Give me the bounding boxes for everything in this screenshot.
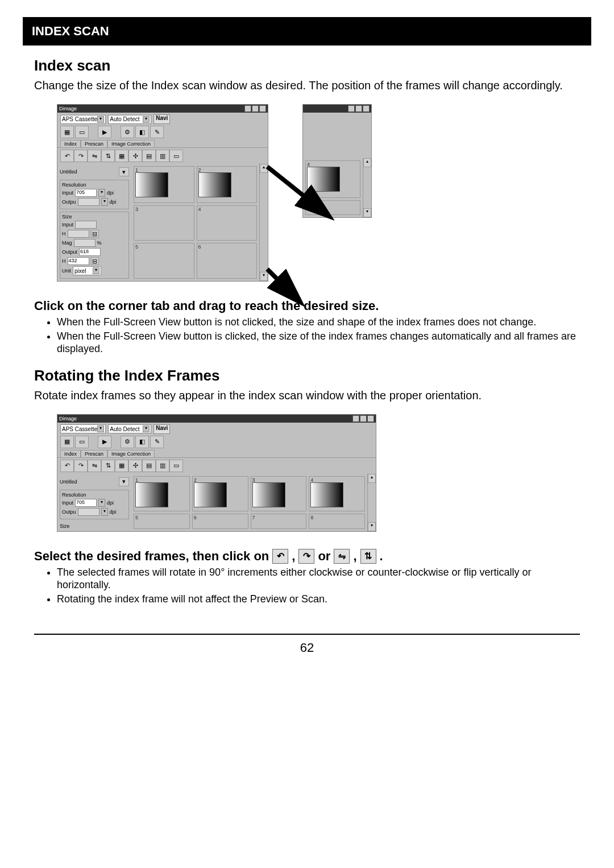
section2-body: Rotate index frames so they appear in th…: [34, 388, 580, 403]
toolbar-icon[interactable]: ⚙: [121, 126, 134, 138]
scroll-down-icon[interactable]: ▾: [368, 522, 376, 531]
flip-v-icon[interactable]: ⇅: [101, 150, 115, 162]
toolbar-icon[interactable]: ✣: [128, 460, 142, 472]
scrollbar[interactable]: ▴ ▾: [367, 474, 376, 531]
thumb-cell[interactable]: 5: [134, 514, 190, 529]
chevron-down-icon[interactable]: ▾: [101, 198, 108, 206]
tab-index[interactable]: Index: [60, 140, 81, 147]
scroll-down-icon[interactable]: ▾: [363, 208, 371, 217]
toolbar-icon[interactable]: ▥: [156, 150, 169, 162]
rotate-cw-icon[interactable]: ↷: [74, 460, 88, 472]
scrollbar[interactable]: ▴ ▾: [363, 158, 371, 217]
minimize-icon[interactable]: [348, 105, 355, 112]
scroll-up-icon[interactable]: ▴: [368, 474, 376, 483]
film-type-select[interactable]: APS Cassette ▾: [60, 115, 106, 124]
film-type-select[interactable]: APS Cassette ▾: [60, 424, 106, 433]
frame-number: 5: [135, 244, 138, 250]
lock-icon[interactable]: ⊟: [91, 257, 99, 265]
toolbar-icon[interactable]: ⚙: [121, 436, 134, 448]
rotate-cw-icon[interactable]: ↷: [298, 549, 314, 564]
close-icon[interactable]: [363, 105, 370, 112]
scroll-up-icon[interactable]: ▴: [260, 164, 268, 173]
scroll-down-icon[interactable]: ▾: [260, 272, 268, 281]
toolbar-icon[interactable]: ▦: [60, 126, 74, 138]
chevron-down-icon[interactable]: ▾: [98, 499, 105, 507]
toolbar-icon[interactable]: ▦: [115, 460, 128, 472]
thumb-cell[interactable]: 2: [197, 166, 258, 203]
maximize-icon[interactable]: [355, 105, 362, 112]
minimize-icon[interactable]: [244, 105, 251, 112]
toolbar-icon[interactable]: ◧: [135, 436, 149, 448]
thumb-cell[interactable]: 7: [251, 514, 307, 529]
toolbar-icon[interactable]: ▶: [98, 126, 111, 138]
frame-number: 7: [252, 515, 255, 520]
lock-icon[interactable]: ⊟: [91, 230, 99, 238]
flip-h-icon[interactable]: ⇋: [334, 549, 350, 564]
thumb-cell[interactable]: 4: [309, 476, 365, 512]
rotate-ccw-icon[interactable]: ↶: [60, 460, 74, 472]
close-icon[interactable]: [259, 105, 266, 112]
resolution-label: Resolution: [62, 182, 127, 188]
minimize-icon[interactable]: [352, 415, 359, 422]
unit-select[interactable]: pixel ▾: [73, 266, 101, 275]
close-icon[interactable]: [367, 415, 374, 422]
flip-h-icon[interactable]: ⇋: [88, 150, 101, 162]
panel-icon[interactable]: ▾: [119, 167, 129, 176]
thumb-cell[interactable]: 1: [134, 166, 194, 203]
thumb-cell[interactable]: 1: [134, 476, 190, 512]
thumb-cell[interactable]: 2: [192, 476, 248, 512]
toolbar-icon[interactable]: ▭: [75, 126, 89, 138]
flip-h-icon[interactable]: ⇋: [88, 460, 101, 472]
thumb-cell[interactable]: 5: [134, 243, 194, 279]
thumb-cell[interactable]: 6: [192, 514, 248, 529]
tab-index[interactable]: Index: [60, 450, 81, 457]
rotate-ccw-icon[interactable]: ↶: [272, 549, 288, 564]
thumb-cell[interactable]: 8: [305, 200, 360, 215]
rotate-ccw-icon[interactable]: ↶: [60, 150, 74, 162]
auto-detect-select[interactable]: Auto Detect ▾: [108, 424, 151, 433]
toolbar-icon[interactable]: ▦: [115, 150, 128, 162]
toolbar-icon[interactable]: ✎: [150, 126, 164, 138]
frame-number: 4: [310, 477, 313, 483]
toolbar-icon[interactable]: ▦: [60, 436, 74, 448]
thumb-cell[interactable]: 4: [305, 160, 360, 198]
tab-image-correction[interactable]: Image Correction: [107, 140, 155, 147]
toolbar-icon[interactable]: ✣: [128, 150, 142, 162]
toolbar-icon[interactable]: ▭: [169, 460, 183, 472]
toolbar-icon[interactable]: ▭: [75, 436, 89, 448]
flip-v-icon[interactable]: ⇅: [360, 549, 376, 564]
maximize-icon[interactable]: [360, 415, 367, 422]
h2-field[interactable]: 432: [68, 257, 89, 265]
navi-button[interactable]: Navi: [154, 424, 170, 434]
thumb-cell[interactable]: 8: [309, 514, 365, 529]
input-dpi-field[interactable]: 705: [75, 189, 97, 197]
scrollbar[interactable]: ▴ ▾: [259, 164, 268, 281]
thumb-cell[interactable]: 3: [134, 205, 194, 241]
thumb-cell[interactable]: 6: [197, 243, 258, 279]
panel-icon[interactable]: ▾: [119, 477, 129, 486]
output2-field[interactable]: 618: [79, 248, 101, 256]
tab-prescan[interactable]: Prescan: [81, 450, 107, 457]
auto-detect-select[interactable]: Auto Detect ▾: [108, 115, 151, 124]
toolbar-icon[interactable]: ▭: [169, 150, 183, 162]
toolbar-icon[interactable]: ✎: [150, 436, 164, 448]
chevron-down-icon[interactable]: ▾: [101, 508, 108, 516]
rotate-cw-icon[interactable]: ↷: [74, 150, 88, 162]
tab-prescan[interactable]: Prescan: [81, 140, 107, 147]
scroll-up-icon[interactable]: ▴: [363, 158, 371, 167]
toolbar-icon[interactable]: ◧: [135, 126, 149, 138]
input-dpi-field[interactable]: 705: [75, 499, 97, 507]
flip-v-icon[interactable]: ⇅: [101, 460, 115, 472]
dpi-label: dpi: [110, 509, 117, 515]
toolbar-icon[interactable]: ▥: [156, 460, 169, 472]
maximize-icon[interactable]: [252, 105, 259, 112]
toolbar-icon[interactable]: ▤: [142, 460, 156, 472]
toolbar-icon[interactable]: ▶: [98, 436, 111, 448]
thumb-cell[interactable]: 4: [197, 205, 258, 241]
thumb-cell[interactable]: 3: [251, 476, 307, 512]
tab-image-correction[interactable]: Image Correction: [107, 450, 155, 457]
navi-button[interactable]: Navi: [154, 114, 170, 124]
toolbar-icon[interactable]: ▤: [142, 150, 156, 162]
chevron-down-icon[interactable]: ▾: [98, 189, 105, 197]
unit-label: Unit: [62, 268, 71, 274]
